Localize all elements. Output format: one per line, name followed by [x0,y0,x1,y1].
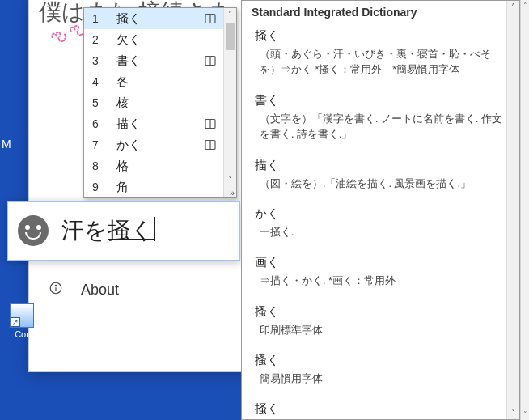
dictionary-entry: 書く（文字を）「漢字を書く. ノートに名前を書く. 作文を書く. 詩を書く.」 [255,93,506,143]
candidate-number: 6 [92,117,108,130]
scroll-down-icon[interactable]: ˅ [507,406,519,419]
scroll-up-icon[interactable]: ˄ [224,8,236,21]
candidate-scrollbar[interactable]: ˄ ˅ » [223,8,236,197]
scroll-up-icon[interactable]: ˄ [507,1,519,14]
candidate-text: 格 [108,159,217,174]
ime-composition-bar: 汗を掻く [7,201,240,261]
candidate-number: 5 [92,96,108,109]
entry-headword: 画く [255,255,506,270]
dictionary-entry: 描く（図・絵を）.「油絵を描く. 風景画を描く.」 [255,158,506,192]
shortcut-arrow-icon: ↗ [11,317,20,327]
desktop-shortcut-label: Cor [15,329,29,339]
candidate-item[interactable]: 6描く [84,113,223,134]
expand-icon[interactable]: » [230,188,235,197]
dictionary-icon [204,12,217,25]
scroll-up-icon[interactable]: ˄ [521,0,529,11]
background-letter: M [2,138,11,151]
candidate-number: 9 [92,180,108,193]
candidate-item[interactable]: 9角 [84,176,223,197]
dictionary-entry: 画く⇒描く・かく. *画く：常用外 [255,255,506,289]
dictionary-entry: 掻く [255,401,506,417]
dictionary-icon [204,117,217,130]
composition-converting: 掻く [108,218,154,243]
ime-candidate-list[interactable]: ˄ ˅ » 1掻く2欠く3書く4各5核6描く7かく8格9角 [83,7,237,198]
candidate-item[interactable]: 5核 [84,92,223,113]
candidate-number: 7 [92,138,108,151]
entry-headword: 掻く [255,401,506,417]
dictionary-entry: 掻く（頭・あぐら・汗・いびき・裏・寝首・恥・べそを）⇒かく *掻く：常用外 *簡… [255,28,506,78]
candidate-item[interactable]: 7かく [84,134,223,155]
dictionary-entry: 搔く簡易慣用字体 [255,353,506,387]
smiley-icon[interactable] [18,215,49,246]
candidate-text: 角 [108,180,217,195]
candidate-item[interactable]: 3書く [84,50,223,71]
candidate-text: 描く [108,117,204,132]
svg-point-1 [55,285,56,286]
entry-definition: （頭・あぐら・汗・いびき・裏・寝首・恥・べそを）⇒かく *掻く：常用外 *簡易慣… [255,47,506,78]
candidate-text: かく [108,138,204,153]
about-menu-item[interactable]: About [49,281,119,299]
entry-definition: 印刷標準字体 [255,323,506,338]
entry-definition: 簡易慣用字体 [255,371,506,387]
candidate-text: 掻く [108,11,204,27]
candidate-item[interactable]: 2欠く [84,29,223,50]
candidate-text: 核 [108,95,217,111]
candidate-item[interactable]: 1掻く [84,8,223,29]
entry-definition: 一掻く. [255,225,506,240]
dictionary-entry: かく一掻く. [255,206,506,240]
composition-committed: 汗を [61,218,108,243]
dictionary-icon [204,54,217,67]
desktop-shortcut[interactable]: ↗ Cor [10,303,34,339]
entry-headword: かく [255,206,506,222]
candidate-text: 各 [108,74,217,90]
dictionary-scrollbar[interactable]: ˄ ˅ [506,1,519,419]
candidate-text: 欠く [108,32,217,48]
shortcut-icon: ↗ [10,303,34,328]
candidate-number: 3 [92,54,108,67]
entry-headword: 掻く [255,28,506,44]
scroll-down-icon[interactable]: ˅ [224,173,236,186]
entry-headword: 搔く [255,304,506,320]
text-caret [154,217,155,241]
candidate-number: 2 [92,33,108,46]
dictionary-title: Standard Integrated Dictionary [242,1,519,25]
dictionary-icon [204,138,217,151]
entry-definition: （図・絵を）.「油絵を描く. 風景画を描く.」 [255,176,506,192]
composition-text[interactable]: 汗を掻く [61,215,155,246]
candidate-text: 書く [108,53,204,69]
candidate-item[interactable]: 4各 [84,71,223,92]
candidate-number: 8 [92,159,108,172]
entry-definition: ⇒描く・かく. *画く：常用外 [255,274,506,289]
candidate-number: 1 [92,12,108,25]
entry-headword: 書く [255,93,506,108]
outer-scrollbar[interactable]: ˄ ˅ [520,0,529,420]
candidate-item[interactable]: 8格 [84,155,223,176]
entry-definition: （文字を）「漢字を書く. ノートに名前を書く. 作文を書く. 詩を書く.」 [255,112,506,143]
dictionary-panel: Standard Integrated Dictionary 掻く（頭・あぐら・… [241,0,520,420]
scroll-thumb[interactable] [226,23,235,50]
dictionary-body[interactable]: 掻く（頭・あぐら・汗・いびき・裏・寝首・恥・べそを）⇒かく *掻く：常用外 *簡… [242,25,519,418]
candidate-number: 4 [92,75,108,88]
scroll-down-icon[interactable]: ˅ [521,409,529,420]
entry-headword: 描く [255,158,506,173]
entry-headword: 搔く [255,353,506,368]
dictionary-entry: 搔く印刷標準字体 [255,304,506,338]
info-icon [49,281,63,299]
about-label: About [81,282,119,299]
